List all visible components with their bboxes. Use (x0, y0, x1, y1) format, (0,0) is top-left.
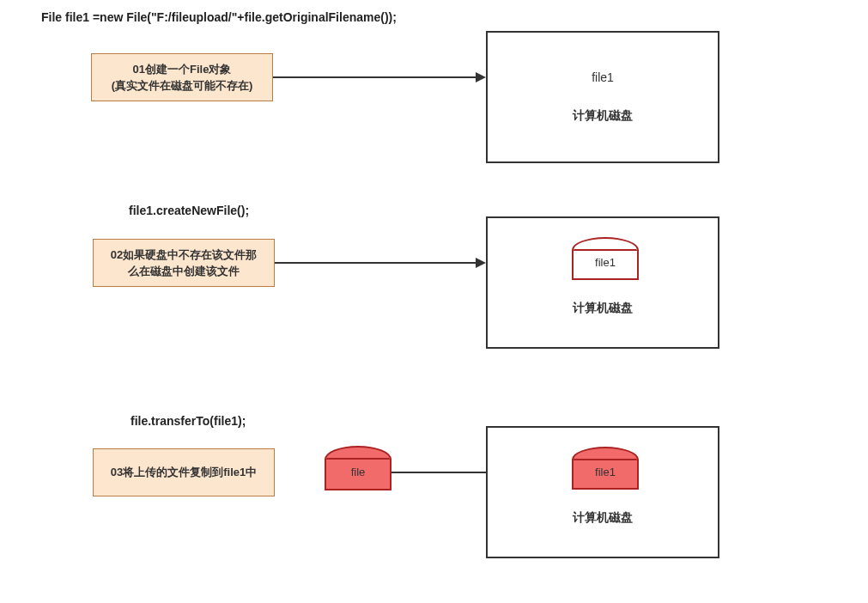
arrow-2-head (476, 258, 486, 268)
disk3-file-text: file1 (595, 466, 616, 478)
disk2-label: 计算机磁盘 (488, 301, 718, 316)
disk1-label: 计算机磁盘 (488, 108, 718, 124)
disk-box-2: file1 计算机磁盘 (486, 216, 719, 349)
arrow-2 (275, 262, 476, 264)
disk2-file-text: file1 (595, 256, 616, 269)
arrow-1-head (476, 72, 486, 82)
disk-box-1: file1 计算机磁盘 (486, 31, 719, 163)
disk3-file-shape: file1 (572, 447, 639, 490)
step-box-3: 03将上传的文件复制到file1中 (93, 448, 275, 496)
step1-text-l2: (真实文件在磁盘可能不存在) (112, 79, 253, 92)
code-line-2: file1.createNewFile(); (129, 204, 249, 217)
outside-file-shape: file (325, 446, 392, 490)
step2-text-l1: 02如果硬盘中不存在该文件那 (111, 248, 257, 261)
arrow-1 (273, 76, 476, 78)
step2-text-l2: 么在磁盘中创建该文件 (128, 265, 240, 277)
disk1-file-text: file1 (488, 70, 718, 84)
step-box-1: 01创建一个File对象 (真实文件在磁盘可能不存在) (91, 53, 273, 101)
code-line-3: file.transferTo(file1); (131, 414, 246, 428)
disk3-label: 计算机磁盘 (488, 510, 718, 526)
step3-text: 03将上传的文件复制到file1中 (111, 464, 257, 481)
disk2-file-shape: file1 (572, 237, 639, 280)
outside-file-text: file (351, 466, 366, 478)
step-box-2: 02如果硬盘中不存在该文件那 么在磁盘中创建该文件 (93, 239, 275, 287)
disk-box-3: file1 计算机磁盘 (486, 426, 719, 558)
step1-text-l1: 01创建一个File对象 (133, 63, 232, 76)
code-line-1: File file1 =new File("F:/fileupload/"+fi… (41, 10, 397, 24)
